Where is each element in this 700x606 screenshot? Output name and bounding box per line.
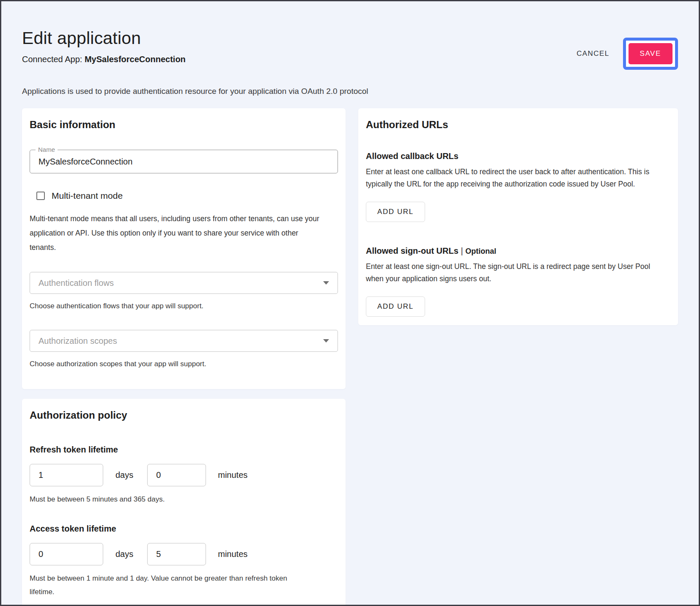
callback-urls-title: Allowed callback URLs: [366, 151, 670, 161]
refresh-minutes-unit: minutes: [218, 470, 247, 480]
authentication-flows-placeholder: Authentication flows: [38, 278, 114, 288]
multi-tenant-description: Multi-tenant mode means that all users, …: [30, 211, 326, 255]
name-field: Name: [30, 150, 338, 173]
authentication-flows-hint: Choose authentication flows that your ap…: [30, 300, 338, 313]
access-days-unit: days: [115, 549, 133, 559]
chevron-down-icon: [323, 339, 329, 343]
multi-tenant-checkbox[interactable]: [36, 192, 45, 200]
access-minutes-unit: minutes: [218, 549, 247, 559]
header-titles: Edit application Connected App: MySalesf…: [22, 28, 186, 64]
authorization-scopes-placeholder: Authorization scopes: [38, 336, 117, 346]
content-columns: Basic information Name Multi-tenant mode…: [22, 108, 678, 606]
add-signout-url-button[interactable]: ADD URL: [366, 296, 425, 317]
signout-urls-title: Allowed sign-out URLs | Optional: [366, 246, 670, 256]
refresh-days-unit: days: [115, 470, 133, 480]
connected-app-subtitle: Connected App: MySalesforceConnection: [22, 55, 186, 64]
authorization-policy-title: Authorization policy: [30, 409, 338, 421]
authorized-urls-title: Authorized URLs: [366, 119, 670, 131]
refresh-days-input[interactable]: [30, 464, 103, 486]
multi-tenant-row[interactable]: Multi-tenant mode: [30, 191, 338, 201]
right-column: Authorized URLs Allowed callback URLs En…: [358, 108, 678, 325]
page-title: Edit application: [22, 28, 186, 48]
callback-urls-description: Enter at least one callback URL to redir…: [366, 166, 662, 190]
title-separator: |: [461, 246, 463, 255]
multi-tenant-label: Multi-tenant mode: [52, 191, 123, 201]
optional-badge: Optional: [465, 247, 496, 255]
authorization-policy-card: Authorization policy Refresh token lifet…: [22, 399, 346, 606]
page-description: Applications is used to provide authenti…: [22, 87, 678, 96]
access-days-input[interactable]: [30, 543, 103, 565]
access-minutes-input[interactable]: [147, 543, 206, 565]
connected-app-name: MySalesforceConnection: [85, 55, 186, 64]
chevron-down-icon: [323, 281, 329, 285]
basic-information-title: Basic information: [30, 119, 338, 131]
save-button-focus-ring: SAVE: [623, 38, 678, 70]
cancel-button[interactable]: CANCEL: [574, 45, 612, 62]
add-callback-url-button[interactable]: ADD URL: [366, 202, 425, 222]
authorization-scopes-hint: Choose authorization scopes that your ap…: [30, 358, 338, 370]
authorized-urls-card: Authorized URLs Allowed callback URLs En…: [358, 108, 678, 325]
authorization-scopes-select[interactable]: Authorization scopes: [30, 330, 338, 352]
access-token-hint: Must be between 1 minute and 1 day. Valu…: [30, 572, 309, 599]
page-header: Edit application Connected App: MySalesf…: [22, 28, 678, 70]
refresh-minutes-input[interactable]: [147, 464, 206, 486]
refresh-token-lifetime-label: Refresh token lifetime: [30, 445, 338, 455]
authentication-flows-select[interactable]: Authentication flows: [30, 272, 338, 294]
header-actions: CANCEL SAVE: [574, 38, 678, 70]
signout-urls-description: Enter at least one sign-out URL. The sig…: [366, 260, 662, 285]
basic-information-card: Basic information Name Multi-tenant mode…: [22, 108, 346, 389]
refresh-token-row: days minutes: [30, 464, 338, 486]
access-token-lifetime-label: Access token lifetime: [30, 524, 338, 534]
name-field-label: Name: [36, 146, 58, 154]
access-token-row: days minutes: [30, 543, 338, 565]
signout-urls-title-text: Allowed sign-out URLs: [366, 246, 458, 255]
name-input[interactable]: [30, 157, 338, 167]
subtitle-prefix: Connected App:: [22, 55, 85, 64]
edit-application-page: Edit application Connected App: MySalesf…: [0, 0, 700, 606]
refresh-token-hint: Must be between 5 minutes and 365 days.: [30, 493, 309, 506]
save-button[interactable]: SAVE: [629, 43, 673, 64]
left-column: Basic information Name Multi-tenant mode…: [22, 108, 346, 606]
